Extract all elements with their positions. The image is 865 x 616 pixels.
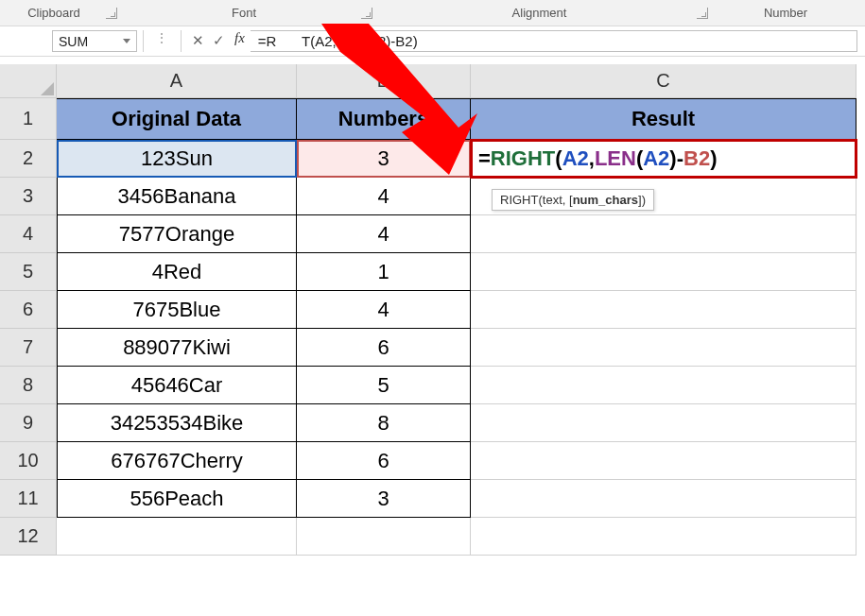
column-header-B[interactable]: B (297, 64, 471, 98)
cell-C4[interactable] (471, 215, 856, 253)
insert-function-button[interactable]: fx (229, 30, 251, 52)
cell-B4[interactable]: 4 (297, 215, 471, 253)
cell-A1[interactable]: Original Data (57, 98, 297, 140)
row-header-4[interactable]: 4 (0, 215, 57, 253)
cell-C1[interactable]: Result (471, 98, 856, 140)
function-tooltip: RIGHT(text, [num_chars]) (492, 189, 654, 211)
cell-B2[interactable]: 3 (297, 140, 471, 178)
row-header-11[interactable]: 11 (0, 480, 57, 518)
cell-A8[interactable]: 45646Car (57, 367, 297, 404)
dialog-launcher-icon[interactable] (697, 8, 708, 19)
row-9: 934253534Bike8 (0, 404, 865, 442)
row-header-2[interactable]: 2 (0, 140, 57, 178)
ribbon-group-clipboard: Clipboard (8, 6, 100, 20)
cell-C9[interactable] (471, 404, 856, 442)
cell-B6[interactable]: 4 (297, 291, 471, 329)
dialog-launcher-icon[interactable] (361, 8, 372, 19)
cell-B10[interactable]: 6 (297, 442, 471, 480)
formula-bar-row: SUM ⋮ ✕ ✓ fx =R IGH T(A2,LEN(A2)-B2) (0, 26, 865, 57)
cell-C10[interactable] (471, 442, 856, 480)
cell-A11[interactable]: 556Peach (57, 480, 297, 518)
cell-B11[interactable]: 3 (297, 480, 471, 518)
cell-B5[interactable]: 1 (297, 253, 471, 291)
cell-C2-formula: =RIGHT(A2,LEN(A2)-B2) (478, 146, 717, 171)
column-header-C[interactable]: C (471, 64, 856, 98)
cell-B3[interactable]: 4 (297, 178, 471, 215)
cell-B7[interactable]: 6 (297, 329, 471, 367)
row-header-3[interactable]: 3 (0, 178, 57, 215)
row-4: 47577Orange4 (0, 215, 865, 253)
row-header-8[interactable]: 8 (0, 367, 57, 404)
cell-A5[interactable]: 4Red (57, 253, 297, 291)
row-11: 11556Peach3 (0, 480, 865, 518)
column-header-row: A B C (0, 64, 865, 98)
row-10: 10676767Cherry6 (0, 442, 865, 480)
row-2: 2 123Sun 3 =RIGHT(A2,LEN(A2)-B2) (0, 140, 865, 178)
column-header-A[interactable]: A (57, 64, 297, 98)
cell-A12[interactable] (57, 518, 297, 556)
cell-C7[interactable] (471, 329, 856, 367)
enter-formula-button[interactable]: ✓ (208, 30, 229, 51)
name-box[interactable]: SUM (52, 30, 137, 52)
cell-C11[interactable] (471, 480, 856, 518)
row-header-5[interactable]: 5 (0, 253, 57, 291)
ribbon-group-number: Number (723, 6, 848, 20)
cell-B8[interactable]: 5 (297, 367, 471, 404)
row-header-6[interactable]: 6 (0, 291, 57, 329)
row-7: 7889077Kiwi6 (0, 329, 865, 367)
cell-B1[interactable]: Numbers (297, 98, 471, 140)
more-dots-icon[interactable]: ⋮ (149, 30, 175, 52)
row-header-1[interactable]: 1 (0, 98, 57, 140)
spreadsheet-grid[interactable]: A B C 1 Original Data Numbers Result 2 1… (0, 64, 865, 556)
row-3: 33456Banana4 (0, 178, 865, 215)
formula-bar-input[interactable]: =R IGH T(A2,LEN(A2)-B2) (251, 30, 857, 52)
cell-A6[interactable]: 7675Blue (57, 291, 297, 329)
row-header-9[interactable]: 9 (0, 404, 57, 442)
cell-C8[interactable] (471, 367, 856, 404)
row-header-12[interactable]: 12 (0, 518, 57, 556)
cell-B12[interactable] (297, 518, 471, 556)
cell-A2[interactable]: 123Sun (57, 140, 297, 178)
cell-C12[interactable] (471, 518, 856, 556)
cell-A3[interactable]: 3456Banana (57, 178, 297, 215)
name-box-value: SUM (59, 34, 88, 49)
cell-A7[interactable]: 889077Kiwi (57, 329, 297, 367)
ribbon-group-alignment: Alignment (388, 6, 691, 20)
row-header-7[interactable]: 7 (0, 329, 57, 367)
row-header-10[interactable]: 10 (0, 442, 57, 480)
ribbon-group-labels: Clipboard Font Alignment Number (0, 0, 865, 26)
cell-B9[interactable]: 8 (297, 404, 471, 442)
chevron-down-icon[interactable] (123, 39, 130, 43)
cancel-formula-button[interactable]: ✕ (187, 30, 208, 51)
cell-C5[interactable] (471, 253, 856, 291)
formula-bar-text-right: T(A2,LEN(A2)-B2) (302, 33, 418, 49)
row-5: 54Red1 (0, 253, 865, 291)
row-1: 1 Original Data Numbers Result (0, 98, 865, 140)
cell-A10[interactable]: 676767Cherry (57, 442, 297, 480)
formula-bar-text-left: =R (258, 33, 277, 49)
select-all-triangle[interactable] (0, 64, 57, 98)
row-8: 845646Car5 (0, 367, 865, 404)
cell-A9[interactable]: 34253534Bike (57, 404, 297, 442)
row-12: 12 (0, 518, 865, 556)
dialog-launcher-icon[interactable] (106, 8, 117, 19)
cell-C6[interactable] (471, 291, 856, 329)
cell-A4[interactable]: 7577Orange (57, 215, 297, 253)
row-6: 67675Blue4 (0, 291, 865, 329)
ribbon-group-font: Font (132, 6, 355, 20)
cell-C2[interactable]: =RIGHT(A2,LEN(A2)-B2) (471, 140, 856, 178)
